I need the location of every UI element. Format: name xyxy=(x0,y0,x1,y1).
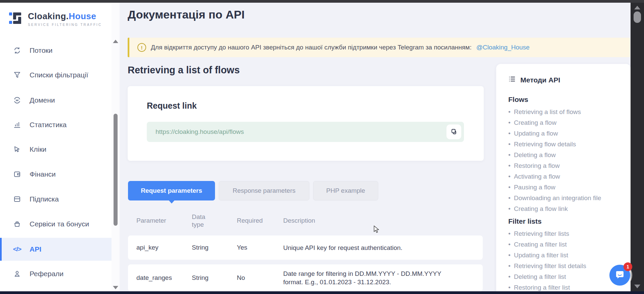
method-link[interactable]: •Restoring a flow xyxy=(508,160,624,171)
tab-label: PHP example xyxy=(326,187,365,194)
warning-icon: ! xyxy=(137,43,146,52)
method-link[interactable]: •Retrieving filter lists xyxy=(508,228,624,239)
column-header-description: Description xyxy=(283,217,483,224)
flows-sync-icon xyxy=(13,46,22,55)
method-link[interactable]: •Deleting a filter list xyxy=(508,271,624,282)
sidebar-item-api[interactable]: </> API xyxy=(0,238,112,261)
window-top-strip xyxy=(0,0,644,3)
method-link[interactable]: •Activating a flow xyxy=(508,171,624,182)
list-icon xyxy=(508,75,516,84)
sidebar-item-domains[interactable]: Домени xyxy=(0,89,112,111)
parameter-tabs: Request parameters Response parameters P… xyxy=(128,181,378,200)
sidebar-item-referrals[interactable]: Реферали xyxy=(0,263,112,285)
sidebar-item-label: Списки фільтрації xyxy=(30,71,88,79)
chat-support-button[interactable]: 1 xyxy=(609,265,630,286)
page-title: Документація по API xyxy=(128,8,245,21)
cell-parameter: api_key xyxy=(136,244,192,251)
table-header-row: Parameter Data type Required Description xyxy=(128,208,483,233)
request-link-title: Request link xyxy=(147,101,197,111)
cell-description: Date range for filtering in DD.MM.YYYY -… xyxy=(283,269,458,286)
logo[interactable]: Cloaking.House SERVICE FILTERING TRAFFIC xyxy=(8,10,102,28)
method-link[interactable]: •Creating a filter list xyxy=(508,239,624,250)
method-link[interactable]: •Updating a filter list xyxy=(508,250,624,261)
method-link[interactable]: •Deleting a flow xyxy=(508,150,624,160)
bullet: • xyxy=(508,239,511,250)
bullet: • xyxy=(508,182,511,193)
bullet: • xyxy=(508,171,511,182)
method-link[interactable]: •Pausing a flow xyxy=(508,182,624,193)
bullet: • xyxy=(508,128,511,139)
method-link[interactable]: •Retrieving flow details xyxy=(508,139,624,150)
tab-label: Response parameters xyxy=(233,187,296,194)
bullet: • xyxy=(508,250,511,261)
request-url-field[interactable]: https://cloaking.house/api/flows xyxy=(147,122,464,142)
sidebar-item-clicks[interactable]: Кліки xyxy=(0,139,112,160)
active-tab-pointer xyxy=(169,200,175,204)
method-link[interactable]: •Updating a flow xyxy=(508,128,624,139)
tab-response-parameters[interactable]: Response parameters xyxy=(219,181,309,200)
sidebar-scroll-down-arrow[interactable] xyxy=(113,286,118,289)
bullet: • xyxy=(508,160,511,171)
cell-data-type: String xyxy=(192,274,237,282)
sidebar-item-services[interactable]: Сервіси та бонуси xyxy=(0,213,112,235)
request-link-card: Request link https://cloaking.house/api/… xyxy=(128,86,484,161)
method-link[interactable]: •Creating a flow link xyxy=(508,204,624,214)
method-link[interactable]: •Downloading an integration file xyxy=(508,193,624,204)
chat-notification-badge: 1 xyxy=(624,262,632,271)
method-link[interactable]: •Retrieving filter list details xyxy=(508,261,624,271)
scroll-up-arrow[interactable] xyxy=(634,6,640,9)
sidebar-item-label: Фінанси xyxy=(30,170,56,178)
table-row: date_ranges String No Date range for fil… xyxy=(128,264,483,291)
table-row: api_key String Yes Unique API key for re… xyxy=(128,235,483,260)
copy-icon xyxy=(450,128,457,136)
info-banner-text: Для відкриття доступу до нашого API звер… xyxy=(151,44,472,51)
sidebar-scroll-thumb[interactable] xyxy=(114,114,118,226)
cell-required: Yes xyxy=(237,244,283,251)
sidebar-item-label: API xyxy=(30,245,41,253)
cell-required: No xyxy=(237,274,283,282)
column-header-parameter: Parameter xyxy=(136,217,192,224)
statistics-bars-icon xyxy=(13,120,22,129)
filter-funnel-icon xyxy=(13,71,22,79)
bullet: • xyxy=(508,150,511,160)
browser-scrollbar xyxy=(631,3,644,291)
sidebar-item-statistics[interactable]: Статистика xyxy=(0,114,112,136)
methods-group-filter-lists: Filter lists xyxy=(508,216,624,226)
services-gift-icon xyxy=(13,220,22,228)
sidebar-item-filter-lists[interactable]: Списки фільтрації xyxy=(0,64,112,86)
sidebar-item-label: Сервіси та бонуси xyxy=(30,220,89,228)
logo-tagline: SERVICE FILTERING TRAFFIC xyxy=(28,23,102,27)
bullet: • xyxy=(508,228,511,239)
method-link[interactable]: •Creating a flow xyxy=(508,117,624,128)
app-root: Cloaking.House SERVICE FILTERING TRAFFIC… xyxy=(0,0,644,294)
sidebar-item-label: Реферали xyxy=(30,270,63,278)
sidebar-item-flows[interactable]: Потоки xyxy=(0,40,112,61)
referrals-person-icon xyxy=(13,269,22,278)
telegram-link[interactable]: @Cloaking_House xyxy=(476,44,530,51)
bullet: • xyxy=(508,107,511,117)
tab-request-parameters[interactable]: Request parameters xyxy=(128,181,215,200)
methods-group-flows: Flows xyxy=(508,95,624,105)
copy-button[interactable] xyxy=(446,124,461,139)
scroll-down-arrow[interactable] xyxy=(634,285,640,288)
column-header-data-type: Data type xyxy=(192,213,237,228)
clicks-cursor-icon xyxy=(13,145,22,154)
tab-label: Request parameters xyxy=(141,187,202,194)
bullet: • xyxy=(508,117,511,128)
scroll-thumb[interactable] xyxy=(634,11,641,23)
finance-wallet-icon xyxy=(13,170,22,179)
api-methods-panel: Методи API Flows •Retrieving a list of f… xyxy=(496,64,631,294)
sidebar-item-subscription[interactable]: Підписка xyxy=(0,188,112,210)
tab-php-example[interactable]: PHP example xyxy=(313,181,378,200)
sidebar: Cloaking.House SERVICE FILTERING TRAFFIC… xyxy=(0,3,120,291)
section-heading: Retrieving a list of flows xyxy=(128,65,240,76)
bullet: • xyxy=(508,261,511,271)
bullet: • xyxy=(508,271,511,282)
bullet: • xyxy=(508,193,511,204)
sidebar-item-label: Підписка xyxy=(30,195,59,203)
bullet: • xyxy=(508,139,511,150)
sidebar-scroll-up-arrow[interactable] xyxy=(113,40,118,43)
sidebar-item-finance[interactable]: Фінанси xyxy=(0,163,112,185)
bullet: • xyxy=(508,204,511,214)
method-link[interactable]: •Retrieving a list of flows xyxy=(508,107,624,117)
